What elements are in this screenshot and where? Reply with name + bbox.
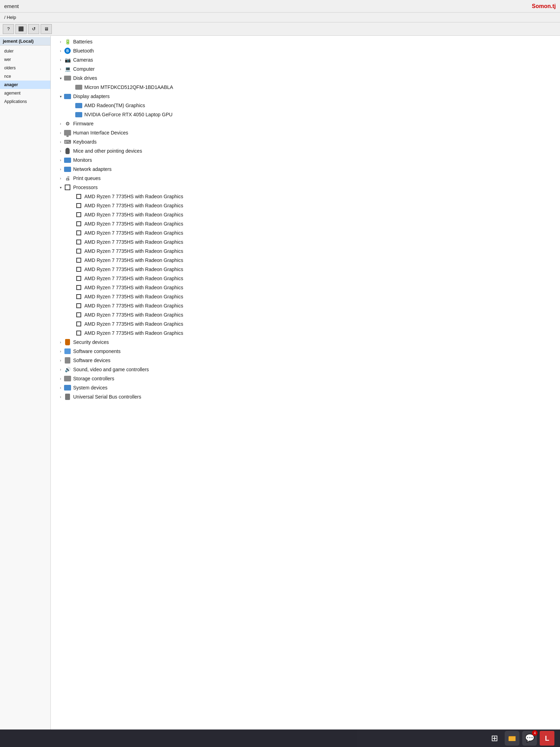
taskbar-user-icon[interactable]: L	[540, 731, 554, 746]
tree-item-proc-3[interactable]: AMD Ryzen 7 7735HS with Radeon Graphics	[51, 210, 560, 219]
sidebar: jement (Local) duler wer olders nce anag…	[0, 36, 51, 729]
sidebar-item-applications[interactable]: Applications	[0, 97, 50, 106]
sidebar-item-olders[interactable]: olders	[0, 64, 50, 72]
taskbar-windows-button[interactable]: ⊞	[487, 731, 502, 746]
expand-usb[interactable]	[58, 394, 63, 400]
tree-item-disk-child-1[interactable]: Micron MTFDKCD512QFM-1BD1AABLA	[51, 83, 560, 92]
tree-item-monitors[interactable]: Monitors	[51, 155, 560, 165]
usb-icon	[64, 393, 71, 400]
tree-item-proc-12[interactable]: AMD Ryzen 7 7735HS with Radeon Graphics	[51, 292, 560, 301]
expand-storage[interactable]	[58, 376, 63, 381]
toolbar-btn-3[interactable]: ↺	[28, 24, 39, 34]
display-adapters-label: Display adapters	[73, 94, 110, 99]
sidebar-header: jement (Local)	[0, 37, 50, 46]
tree-item-usb[interactable]: Universal Serial Bus controllers	[51, 392, 560, 401]
tree-item-batteries[interactable]: 🔋 Batteries	[51, 37, 560, 46]
tree-item-proc-4[interactable]: AMD Ryzen 7 7735HS with Radeon Graphics	[51, 219, 560, 228]
software-dev-label: Software devices	[73, 358, 111, 363]
tree-item-proc-13[interactable]: AMD Ryzen 7 7735HS with Radeon Graphics	[51, 301, 560, 310]
tree-item-computer[interactable]: 💻 Computer	[51, 64, 560, 74]
proc-3-icon	[75, 211, 82, 218]
sound-icon: 🔊	[64, 366, 71, 373]
proc-2-label: AMD Ryzen 7 7735HS with Radeon Graphics	[84, 203, 183, 208]
cameras-label: Cameras	[73, 57, 93, 63]
sidebar-item-nce[interactable]: nce	[0, 72, 50, 81]
proc-4-icon	[75, 220, 82, 227]
tree-item-nvidia[interactable]: NVIDIA GeForce RTX 4050 Laptop GPU	[51, 110, 560, 119]
tree-item-disk-drives[interactable]: Disk drives	[51, 74, 560, 83]
expand-bluetooth[interactable]	[58, 48, 63, 54]
proc-6-icon	[75, 238, 82, 245]
tree-item-proc-14[interactable]: AMD Ryzen 7 7735HS with Radeon Graphics	[51, 310, 560, 319]
toolbar-btn-1[interactable]: ?	[3, 24, 14, 34]
tree-item-proc-2[interactable]: AMD Ryzen 7 7735HS with Radeon Graphics	[51, 201, 560, 210]
expand-processors[interactable]	[58, 185, 63, 190]
processors-label: Processors	[73, 185, 98, 190]
expand-mice[interactable]	[58, 148, 63, 154]
expand-computer[interactable]	[58, 66, 63, 72]
sidebar-item-wer[interactable]: wer	[0, 55, 50, 64]
tree-item-proc-11[interactable]: AMD Ryzen 7 7735HS with Radeon Graphics	[51, 283, 560, 292]
tree-item-mice[interactable]: Mice and other pointing devices	[51, 146, 560, 155]
tree-item-proc-9[interactable]: AMD Ryzen 7 7735HS with Radeon Graphics	[51, 265, 560, 274]
proc-16-icon	[75, 330, 82, 337]
expand-display-adapters[interactable]	[58, 94, 63, 99]
tree-item-proc-16[interactable]: AMD Ryzen 7 7735HS with Radeon Graphics	[51, 328, 560, 338]
tree-item-cameras[interactable]: 📷 Cameras	[51, 55, 560, 64]
tree-item-proc-8[interactable]: AMD Ryzen 7 7735HS with Radeon Graphics	[51, 256, 560, 265]
expand-software-dev[interactable]	[58, 358, 63, 363]
sidebar-item-duler[interactable]: duler	[0, 47, 50, 55]
toolbar-btn-2[interactable]: ⬛	[15, 24, 27, 34]
proc-10-label: AMD Ryzen 7 7735HS with Radeon Graphics	[84, 276, 183, 281]
expand-cameras[interactable]	[58, 57, 63, 63]
expand-network[interactable]	[58, 166, 63, 172]
tree-item-firmware[interactable]: ⚙ Firmware	[51, 119, 560, 128]
tree-item-display-adapters[interactable]: Display adapters	[51, 92, 560, 101]
expand-firmware[interactable]	[58, 121, 63, 126]
tree-item-proc-10[interactable]: AMD Ryzen 7 7735HS with Radeon Graphics	[51, 274, 560, 283]
tree-item-storage[interactable]: Storage controllers	[51, 374, 560, 383]
expand-sound[interactable]	[58, 367, 63, 372]
tree-item-system[interactable]: System devices	[51, 383, 560, 392]
expand-software-comp[interactable]	[58, 348, 63, 354]
tree-item-proc-5[interactable]: AMD Ryzen 7 7735HS with Radeon Graphics	[51, 228, 560, 237]
expand-monitors[interactable]	[58, 157, 63, 163]
tree-item-hid[interactable]: Human Interface Devices	[51, 128, 560, 137]
menu-bar: / Help	[0, 13, 560, 22]
proc-10-icon	[75, 275, 82, 282]
taskbar-right: ⊞ 💬 4 L	[487, 731, 554, 746]
expand-hid[interactable]	[58, 130, 63, 136]
sidebar-item-anager[interactable]: anager	[0, 81, 50, 89]
tree-item-proc-7[interactable]: AMD Ryzen 7 7735HS with Radeon Graphics	[51, 247, 560, 256]
tree-item-proc-15[interactable]: AMD Ryzen 7 7735HS with Radeon Graphics	[51, 319, 560, 328]
taskbar-whatsapp[interactable]: 💬 4	[522, 731, 537, 746]
expand-security[interactable]	[58, 339, 63, 345]
tree-item-proc-1[interactable]: AMD Ryzen 7 7735HS with Radeon Graphics	[51, 192, 560, 201]
tree-item-network[interactable]: Network adapters	[51, 165, 560, 174]
tree-item-processors[interactable]: Processors	[51, 183, 560, 192]
tree-item-sound[interactable]: 🔊 Sound, video and game controllers	[51, 365, 560, 374]
tree-item-proc-6[interactable]: AMD Ryzen 7 7735HS with Radeon Graphics	[51, 237, 560, 247]
proc-14-icon	[75, 311, 82, 318]
expand-disk-drives[interactable]	[58, 75, 63, 81]
tree-item-bluetooth[interactable]: B Bluetooth	[51, 46, 560, 55]
tree-item-print[interactable]: 🖨 Print queues	[51, 174, 560, 183]
expand-keyboards[interactable]	[58, 139, 63, 145]
expand-print[interactable]	[58, 175, 63, 181]
expand-system[interactable]	[58, 385, 63, 390]
menu-item-help[interactable]: / Help	[3, 14, 18, 21]
tree-item-security[interactable]: Security devices	[51, 338, 560, 347]
proc-2-icon	[75, 202, 82, 209]
tree-item-keyboards[interactable]: ⌨ Keyboards	[51, 137, 560, 146]
tree-item-software-dev[interactable]: Software devices	[51, 356, 560, 365]
tree-item-amd-radeon[interactable]: AMD Radeon(TM) Graphics	[51, 101, 560, 110]
expand-batteries[interactable]	[58, 39, 63, 44]
proc-13-label: AMD Ryzen 7 7735HS with Radeon Graphics	[84, 303, 183, 309]
taskbar-file-explorer[interactable]	[505, 731, 519, 746]
monitors-label: Monitors	[73, 157, 92, 163]
toolbar-btn-4[interactable]: 🖥	[41, 24, 52, 34]
tree-item-software-comp[interactable]: Software components	[51, 347, 560, 356]
proc-3-label: AMD Ryzen 7 7735HS with Radeon Graphics	[84, 212, 183, 217]
software-comp-icon	[64, 348, 71, 355]
sidebar-item-agement[interactable]: agement	[0, 89, 50, 97]
